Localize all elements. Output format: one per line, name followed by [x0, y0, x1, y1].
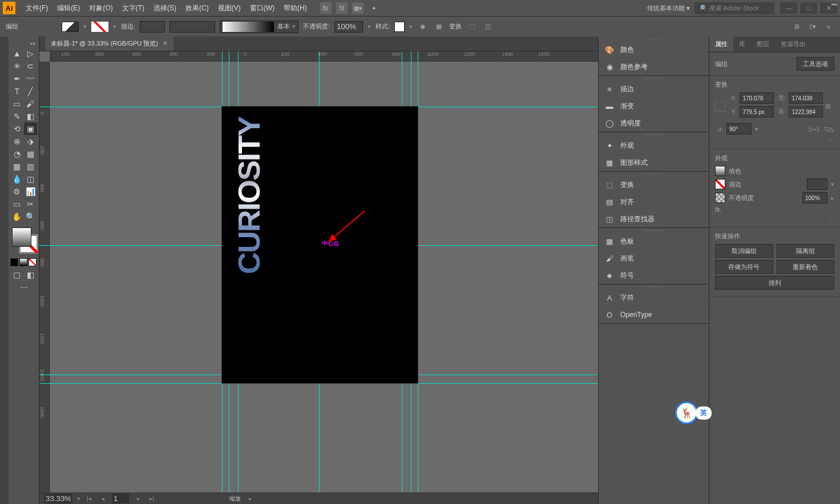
stock-icon[interactable]: St: [336, 2, 348, 14]
opacity-input[interactable]: [334, 21, 363, 32]
menu-help[interactable]: 帮助(H): [279, 3, 312, 13]
free-transform-tool[interactable]: ⬗: [24, 135, 38, 148]
stroke-weight-input[interactable]: [140, 21, 165, 32]
artwork-text[interactable]: CURIOSITY: [233, 117, 264, 274]
constrain-proportions-icon[interactable]: ⛓: [825, 103, 834, 109]
y-input[interactable]: [740, 106, 774, 117]
panel-transform[interactable]: ⬚变换: [599, 176, 709, 193]
crop-icon[interactable]: ◫: [482, 21, 494, 32]
panel-symbols[interactable]: ♣符号: [599, 267, 709, 284]
perspective-tool[interactable]: ▦: [24, 148, 38, 160]
document-tab[interactable]: 未标题-1* @ 33.33% (RGB/GPU 预览) ✕: [45, 36, 173, 51]
panel-transparency[interactable]: ◯透明度: [599, 115, 709, 132]
menu-window[interactable]: 窗口(W): [245, 3, 279, 13]
rectangle-tool[interactable]: ▭: [10, 97, 24, 110]
selection-tool[interactable]: ▲: [10, 47, 24, 60]
rotate-tool[interactable]: ⟲: [10, 123, 24, 135]
panel-swatches[interactable]: ▦色板: [599, 233, 709, 250]
stroke-profile-dropdown[interactable]: [169, 21, 215, 32]
artboard-tool[interactable]: ▭: [10, 198, 24, 210]
tab-properties[interactable]: 属性: [709, 36, 733, 52]
edit-toolbar[interactable]: ⋯: [10, 281, 37, 294]
shape-builder-tool[interactable]: ◔: [10, 148, 24, 160]
arrange-button[interactable]: 排列: [715, 276, 834, 290]
paintbrush-tool[interactable]: 🖌: [24, 97, 38, 110]
next-artboard-button[interactable]: ▸: [134, 495, 143, 503]
panel-color[interactable]: 🎨颜色: [599, 41, 709, 58]
menu-object[interactable]: 对象(O): [84, 3, 117, 13]
px-icon[interactable]: ▯▾: [807, 21, 818, 32]
workspace-selector[interactable]: 传统基本功能 ▾: [643, 2, 694, 14]
eyedropper-tool[interactable]: 💧: [10, 173, 24, 185]
transform-more-icon[interactable]: ⋯: [828, 137, 834, 144]
first-artboard-button[interactable]: |◂: [84, 495, 94, 503]
screen-mode-toggle[interactable]: ◧: [24, 269, 38, 281]
panel-stroke[interactable]: ≡描边: [599, 80, 709, 97]
maximize-button[interactable]: □: [800, 2, 817, 14]
ime-indicator[interactable]: 🦌 英: [675, 401, 712, 424]
panel-graphic-styles[interactable]: ▦图形样式: [599, 154, 709, 171]
eraser-tool[interactable]: ◧: [24, 110, 38, 123]
fill-appearance-swatch[interactable]: [715, 166, 725, 176]
gradient-tool[interactable]: ▥: [24, 160, 38, 173]
fill-swatch[interactable]: [62, 22, 79, 32]
recolor-icon[interactable]: ◉: [417, 21, 429, 32]
fx-label[interactable]: fx.: [715, 206, 722, 213]
panel-align[interactable]: ▤对齐: [599, 193, 709, 210]
curvature-tool[interactable]: 〰: [24, 72, 38, 85]
ungroup-button[interactable]: 取消编组: [715, 244, 773, 258]
hand-tool[interactable]: ✋: [10, 210, 24, 223]
appearance-more-icon[interactable]: ⋯: [828, 215, 834, 222]
status-menu[interactable]: ▸: [245, 495, 255, 503]
angle-input[interactable]: [726, 123, 752, 135]
opacity-appearance-input[interactable]: [802, 192, 827, 204]
slice-tool[interactable]: ✂: [24, 198, 38, 210]
zoom-tool[interactable]: 🔍: [24, 210, 38, 223]
graph-tool[interactable]: 📊: [24, 185, 38, 198]
width-input[interactable]: [789, 92, 823, 104]
ruler-horizontal[interactable]: 100 800 600 400 200 0 200 400 600 800 10…: [50, 51, 598, 62]
gradient-mode-swatch[interactable]: [19, 258, 27, 266]
menu-file[interactable]: 文件(F): [21, 3, 52, 13]
panel-gradient[interactable]: ▬渐变: [599, 97, 709, 115]
isolate-button[interactable]: 隔离组: [777, 244, 835, 258]
width-tool[interactable]: ⊗: [10, 135, 24, 148]
artboard-number-input[interactable]: [112, 494, 129, 503]
lasso-tool[interactable]: ⊂: [24, 60, 38, 72]
magic-wand-tool[interactable]: ✳: [10, 60, 24, 72]
x-input[interactable]: [740, 92, 774, 104]
arrange-icon[interactable]: ▦▾: [352, 2, 364, 14]
minimize-button[interactable]: —: [780, 2, 797, 14]
opacity-swatch[interactable]: [715, 193, 725, 203]
shaper-tool[interactable]: ✎: [10, 110, 24, 123]
stroke-swatch[interactable]: [91, 22, 108, 32]
tools-collapse-strip[interactable]: ◂◂: [0, 36, 9, 504]
color-mode-swatch[interactable]: [10, 258, 18, 266]
prev-artboard-button[interactable]: ◂: [98, 495, 107, 503]
panel-appearance[interactable]: ✦外观: [599, 137, 709, 154]
align-icon[interactable]: ▦: [433, 21, 445, 32]
stroke-appearance-swatch[interactable]: [715, 179, 725, 189]
snap-icon[interactable]: ⊞: [791, 21, 802, 32]
bridge-icon[interactable]: Br: [320, 2, 332, 14]
direct-selection-tool[interactable]: ▷: [24, 47, 38, 60]
reflect-tool[interactable]: ▣: [24, 123, 38, 135]
mesh-tool[interactable]: ▦: [10, 160, 24, 173]
panel-opentype[interactable]: OOpenType: [599, 306, 709, 323]
type-tool[interactable]: T: [10, 85, 24, 97]
recolor-button[interactable]: 重新着色: [777, 260, 835, 274]
last-artboard-button[interactable]: ▸|: [147, 495, 156, 503]
transform-label[interactable]: 变换: [449, 22, 462, 31]
stroke-weight-appearance[interactable]: [807, 178, 827, 190]
menu-view[interactable]: 视图(V): [213, 3, 245, 13]
symbol-sprayer-tool[interactable]: ⚙: [10, 185, 24, 198]
gpu-icon[interactable]: ✦: [368, 2, 379, 14]
brush-profile[interactable]: [223, 22, 274, 32]
isolate-icon[interactable]: ⬚: [466, 21, 478, 32]
flip-h-icon[interactable]: ▷◁: [808, 123, 819, 135]
search-stock-input[interactable]: 🔍 搜索 Adobe Stock: [694, 2, 774, 14]
menu-type[interactable]: 文字(T): [118, 3, 149, 13]
flip-v-icon[interactable]: ▽△: [823, 123, 834, 135]
zoom-input[interactable]: [44, 494, 72, 503]
ruler-vertical[interactable]: 0 200 400 600 800 1000 1200 1400 1600: [39, 62, 50, 493]
